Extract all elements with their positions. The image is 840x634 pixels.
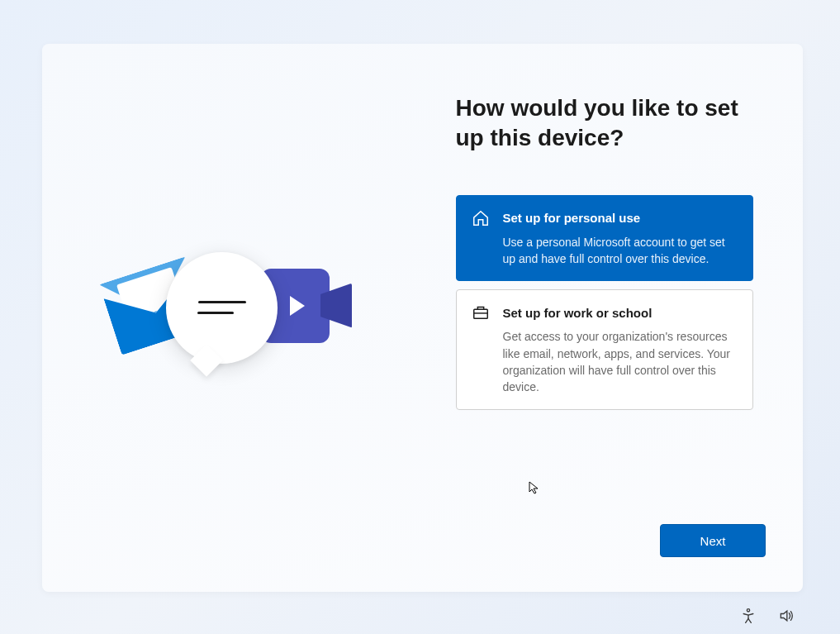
setup-card: How would you like to set up this device… bbox=[42, 44, 803, 592]
option-work-description: Get access to your organization's resour… bbox=[503, 328, 738, 395]
svg-rect-0 bbox=[473, 310, 487, 319]
footer-controls bbox=[740, 608, 795, 624]
volume-icon[interactable] bbox=[778, 608, 795, 624]
briefcase-icon bbox=[472, 303, 490, 322]
page-title: How would you like to set up this device… bbox=[456, 93, 754, 154]
option-personal-description: Use a personal Microsoft account to get … bbox=[503, 234, 738, 268]
svg-point-2 bbox=[747, 609, 749, 612]
content-panel: How would you like to set up this device… bbox=[423, 44, 804, 592]
option-personal-title: Set up for personal use bbox=[503, 211, 641, 225]
option-work-title: Set up for work or school bbox=[503, 306, 653, 320]
option-personal-use[interactable]: Set up for personal use Use a personal M… bbox=[456, 195, 754, 282]
chat-bubble-icon bbox=[166, 252, 278, 364]
next-button[interactable]: Next bbox=[660, 524, 766, 557]
option-work-school[interactable]: Set up for work or school Get access to … bbox=[456, 289, 754, 409]
home-icon bbox=[472, 209, 490, 227]
illustration-panel bbox=[42, 44, 423, 592]
setup-illustration bbox=[108, 236, 356, 401]
accessibility-icon[interactable] bbox=[740, 608, 757, 624]
